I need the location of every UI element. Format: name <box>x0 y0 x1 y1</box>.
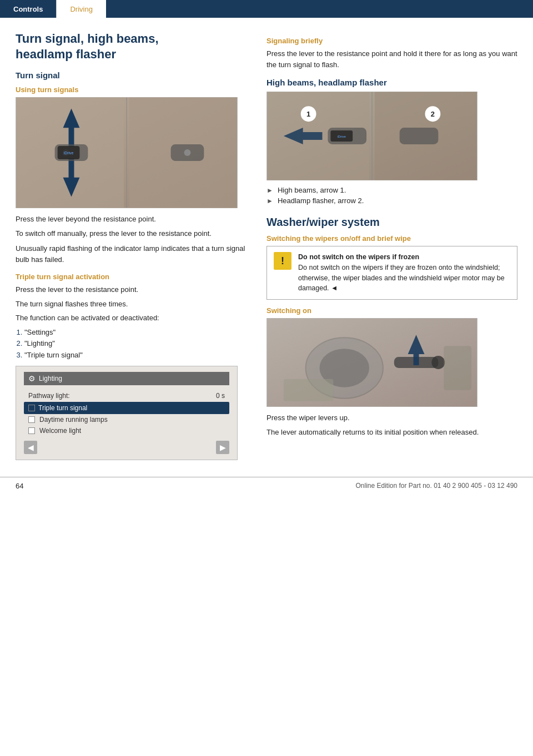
page-number: 64 <box>16 482 23 490</box>
settings-triple-label: Triple turn signal <box>38 404 87 412</box>
warning-text: Do not switch on the wipers if frozen Do… <box>298 252 510 294</box>
settings-pathway-value: 0 s <box>216 392 225 400</box>
top-navigation: Controls Driving <box>0 0 533 18</box>
nav-driving[interactable]: Driving <box>56 0 105 18</box>
high-beams-svg: 1 2 iDrive <box>267 92 477 180</box>
sub-triple-turn: Triple turn signal activation <box>16 273 249 281</box>
warning-end: ◄ <box>331 284 338 292</box>
text-wiper-2: The lever automatically returns to its i… <box>266 427 517 438</box>
list-item-3: "Triple turn signal" <box>24 350 249 361</box>
warning-icon: ! <box>274 252 291 270</box>
svg-text:2: 2 <box>431 110 435 118</box>
warning-box: ! Do not switch on the wipers if frozen … <box>266 246 517 300</box>
settings-title-bar: ⚙ Lighting <box>24 372 229 385</box>
svg-rect-22 <box>400 128 439 144</box>
list-item-2: "Lighting" <box>24 338 249 350</box>
daytime-checkbox[interactable] <box>28 416 35 423</box>
right-column: Signaling briefly Press the lever to the… <box>266 31 517 466</box>
bullet-arrow-2: ► <box>266 197 273 205</box>
settings-welcome-row: Welcome light <box>24 425 229 436</box>
text-wiper-1: Press the wiper levers up. <box>266 412 517 424</box>
footer: 64 Online Edition for Part no. 01 40 2 9… <box>0 477 533 495</box>
settings-welcome-label: Welcome light <box>39 427 81 435</box>
text-signaling: Press the lever to the resistance point … <box>266 48 517 70</box>
sub-using-turn-signals: Using turn signals <box>16 85 249 94</box>
turn-signal-svg: iDrive <box>16 97 237 208</box>
settings-nav: ◀ ▶ <box>24 441 229 454</box>
bullet-arrow-1: ► <box>266 187 273 194</box>
svg-rect-32 <box>444 346 471 390</box>
main-heading: Turn signal, high beams, headlamp flashe… <box>16 31 249 62</box>
turn-signals-image: iDrive <box>16 97 238 208</box>
text-triple-3: The function can be activated or deactiv… <box>16 313 249 324</box>
section-washer-heading: Washer/wiper system <box>266 216 517 229</box>
settings-title-text: Lighting <box>39 375 62 382</box>
bullet-high-beams: ► High beams, arrow 1. <box>266 186 517 194</box>
left-column: Turn signal, high beams, headlamp flashe… <box>16 31 249 466</box>
washer-section: Washer/wiper system Switching the wipers… <box>266 216 517 437</box>
settings-daytime-row: Daytime running lamps <box>24 414 229 425</box>
text-triple-2: The turn signal flashes three times. <box>16 299 249 310</box>
settings-next-button[interactable]: ▶ <box>216 441 229 454</box>
high-beams-image: 1 2 iDrive <box>266 92 477 180</box>
settings-pathway-row: Pathway light: 0 s <box>24 390 229 402</box>
svg-point-29 <box>431 356 445 369</box>
settings-pathway-label: Pathway light: <box>28 392 70 400</box>
text-triple-1: Press the lever to the resistance point. <box>16 284 249 295</box>
sub-signaling-briefly: Signaling briefly <box>266 37 517 45</box>
triple-checkbox[interactable] <box>28 405 35 411</box>
svg-point-9 <box>184 149 190 156</box>
section-turn-signal: Turn signal <box>16 70 249 80</box>
high-beams-section: High beams, headlamp flasher <box>266 78 517 205</box>
settings-daytime-label: Daytime running lamps <box>39 416 108 424</box>
wiper-image <box>266 318 477 407</box>
text-press-lever: Press the lever beyond the resistance po… <box>16 214 249 225</box>
text-unusually: Unusually rapid flashing of the indicato… <box>16 243 249 265</box>
svg-text:iDrive: iDrive <box>64 151 74 155</box>
svg-text:iDrive: iDrive <box>338 135 346 138</box>
settings-icon: ⚙ <box>28 374 36 383</box>
text-switch-off: To switch off manually, press the lever … <box>16 228 249 239</box>
warning-body: Do not switch on the wipers if they are … <box>298 264 505 293</box>
warning-title: Do not switch on the wipers if frozen <box>298 253 419 261</box>
activation-list: "Settings" "Lighting" "Triple turn signa… <box>24 327 249 361</box>
wiper-svg <box>267 318 477 407</box>
footer-citation: Online Edition for Part no. 01 40 2 900 … <box>355 482 517 490</box>
bullet-headlamp: ► Headlamp flasher, arrow 2. <box>266 196 517 205</box>
svg-rect-31 <box>284 379 334 401</box>
settings-prev-button[interactable]: ◀ <box>24 441 37 454</box>
welcome-checkbox[interactable] <box>28 427 35 434</box>
svg-text:1: 1 <box>306 110 310 118</box>
main-content: Turn signal, high beams, headlamp flashe… <box>0 18 533 477</box>
settings-screenshot: ⚙ Lighting Pathway light: 0 s Triple tur… <box>16 366 238 460</box>
list-item-1: "Settings" <box>24 327 249 339</box>
settings-triple-row[interactable]: Triple turn signal <box>24 402 229 414</box>
nav-controls[interactable]: Controls <box>0 0 56 18</box>
sub-switching-wipers: Switching the wipers on/off and brief wi… <box>266 234 517 243</box>
section-high-beams: High beams, headlamp flasher <box>266 78 517 87</box>
sub-switching-on: Switching on <box>266 306 517 315</box>
